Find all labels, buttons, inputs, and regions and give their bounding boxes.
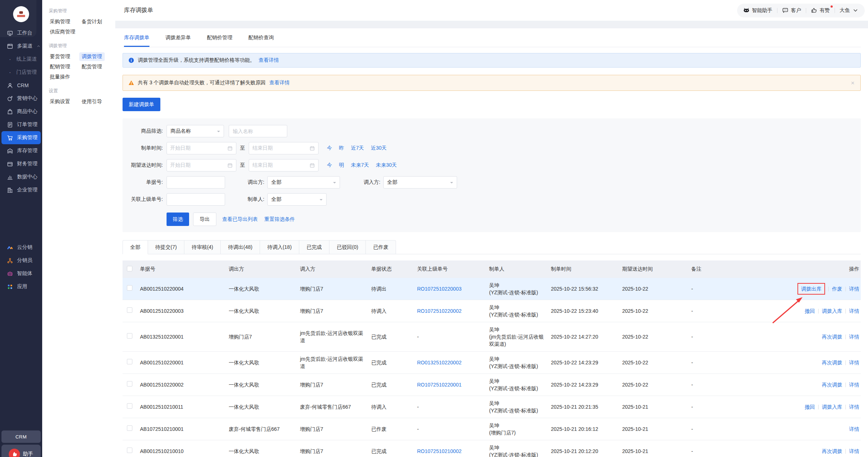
submenu-item-0-2[interactable]: 供应商管理 xyxy=(47,28,78,36)
status-tab-4[interactable]: 待调入(18) xyxy=(260,240,299,254)
parent-order-link[interactable]: RO1072510220003 xyxy=(417,286,461,292)
create-quick-1[interactable]: 昨 xyxy=(339,145,344,151)
sidebar-bottom-item-3[interactable]: 应用 xyxy=(0,280,42,293)
expect-quick-3[interactable]: 未来30天 xyxy=(376,162,397,169)
submenu-item-1-3[interactable]: 配货管理 xyxy=(79,62,105,71)
op-link-详情[interactable]: 详情 xyxy=(849,286,859,292)
sidebar-item-9[interactable]: 库存管理 xyxy=(0,144,42,157)
product-name-input[interactable] xyxy=(229,125,287,137)
expect-quick-0[interactable]: 今 xyxy=(327,162,332,169)
crm-float-button[interactable]: CRM xyxy=(1,430,41,443)
row-checkbox[interactable] xyxy=(127,425,132,431)
topbar-item-2[interactable]: 有赞 xyxy=(811,7,830,14)
op-link-调拨入库[interactable]: 调拨入库 xyxy=(822,308,842,314)
info-banner-link[interactable]: 查看详情 xyxy=(259,57,279,64)
op-link-详情[interactable]: 详情 xyxy=(849,360,859,365)
op-link-再次调拨[interactable]: 再次调拨 xyxy=(822,448,842,454)
submenu-item-2-1[interactable]: 使用引导 xyxy=(79,97,105,106)
create-start-date-input[interactable]: 开始日期 xyxy=(167,142,236,154)
order-no-input[interactable] xyxy=(167,176,225,189)
expect-quick-1[interactable]: 明 xyxy=(339,162,344,169)
sidebar-item-1[interactable]: 多渠道 xyxy=(0,40,42,53)
status-tab-1[interactable]: 待提交(7) xyxy=(148,240,184,254)
create-end-date-input[interactable]: 结束日期 xyxy=(249,142,319,154)
from-select[interactable]: 全部 xyxy=(267,176,340,189)
sidebar-item-10[interactable]: 财务管理 xyxy=(0,157,42,170)
sidebar-item-8[interactable]: 采购管理 xyxy=(1,131,41,144)
submenu-item-1-4[interactable]: 批量操作 xyxy=(47,73,73,81)
parent-no-input[interactable] xyxy=(167,193,225,206)
status-tab-3[interactable]: 待调出(48) xyxy=(221,240,260,254)
op-link-撤回[interactable]: 撤回 xyxy=(805,308,815,314)
tab-0[interactable]: 库存调拨单 xyxy=(124,28,149,47)
op-link-详情[interactable]: 详情 xyxy=(849,334,859,340)
status-tab-7[interactable]: 已作废 xyxy=(366,240,396,254)
row-checkbox[interactable] xyxy=(127,448,132,453)
close-icon[interactable]: × xyxy=(851,80,855,86)
sidebar-bottom-item-0[interactable]: 云分销 xyxy=(0,241,42,254)
expect-start-date-input[interactable]: 开始日期 xyxy=(167,159,236,171)
product-type-select[interactable]: 商品名称 xyxy=(167,125,224,137)
status-tab-6[interactable]: 已驳回(0) xyxy=(329,240,366,254)
sidebar-bottom-item-2[interactable]: 智能体 xyxy=(0,267,42,280)
op-link-再次调拨[interactable]: 再次调拨 xyxy=(822,382,842,388)
tab-2[interactable]: 配销价管理 xyxy=(207,28,232,47)
status-tab-5[interactable]: 已完成 xyxy=(299,240,329,254)
sidebar-item-3[interactable]: ·门店管理 xyxy=(0,66,42,79)
submenu-item-2-0[interactable]: 采购设置 xyxy=(47,97,73,106)
create-quick-3[interactable]: 近30天 xyxy=(371,145,387,151)
submenu-item-0-1[interactable]: 备货计划 xyxy=(79,17,105,26)
to-select[interactable]: 全部 xyxy=(383,176,457,189)
export-button[interactable]: 导出 xyxy=(193,213,216,226)
sidebar-item-12[interactable]: 企业管理 xyxy=(0,183,42,197)
op-link-调拨入库[interactable]: 调拨入库 xyxy=(822,404,842,410)
topbar-item-1[interactable]: 客户 xyxy=(782,7,801,14)
select-all-checkbox[interactable] xyxy=(127,266,132,271)
status-tab-2[interactable]: 待审核(4) xyxy=(184,240,221,254)
sidebar-item-7[interactable]: 订单管理 xyxy=(0,118,42,131)
sidebar-item-6[interactable]: 商品中心 xyxy=(0,105,42,118)
op-link-撤回[interactable]: 撤回 xyxy=(805,404,815,410)
row-checkbox[interactable] xyxy=(127,359,132,364)
sidebar-item-5[interactable]: 营销中心 xyxy=(0,92,42,105)
op-link-再次调拨[interactable]: 再次调拨 xyxy=(822,360,842,365)
topbar-item-0[interactable]: 智能助手 xyxy=(743,7,772,14)
reset-filters-link[interactable]: 重置筛选条件 xyxy=(264,216,295,223)
tab-1[interactable]: 调拨差异单 xyxy=(165,28,191,47)
topbar-item-3[interactable]: 大鱼 xyxy=(840,7,859,14)
op-link-详情[interactable]: 详情 xyxy=(849,448,859,454)
row-checkbox[interactable] xyxy=(127,333,132,339)
view-exported-link[interactable]: 查看已导出列表 xyxy=(222,216,258,223)
create-quick-2[interactable]: 近7天 xyxy=(351,145,364,151)
row-checkbox[interactable] xyxy=(127,403,132,409)
create-transfer-button[interactable]: 新建调拨单 xyxy=(123,98,160,111)
row-checkbox[interactable] xyxy=(127,381,132,387)
parent-order-link[interactable]: RO1072510220001 xyxy=(417,382,461,388)
sidebar-bottom-item-1[interactable]: 分销员 xyxy=(0,254,42,267)
op-link-详情[interactable]: 详情 xyxy=(849,308,859,314)
op-link-作废[interactable]: 作废 xyxy=(832,286,842,292)
sidebar-item-11[interactable]: 数据中心 xyxy=(0,170,42,183)
op-link-详情[interactable]: 详情 xyxy=(849,426,859,432)
op-link-调拨出库[interactable]: 调拨出库 xyxy=(801,286,821,292)
parent-order-link[interactable]: RO1072510220002 xyxy=(417,308,461,314)
status-tab-0[interactable]: 全部 xyxy=(123,240,148,254)
sidebar-item-0[interactable]: 工作台 xyxy=(0,27,42,40)
op-link-再次调拨[interactable]: 再次调拨 xyxy=(822,334,842,340)
op-link-详情[interactable]: 详情 xyxy=(849,382,859,388)
warning-banner-link[interactable]: 查看详情 xyxy=(269,80,290,86)
expect-quick-2[interactable]: 未来7天 xyxy=(351,162,369,169)
filter-button[interactable]: 筛选 xyxy=(167,213,189,226)
sidebar-item-2[interactable]: ·线上渠道 xyxy=(0,53,42,66)
avatar[interactable] xyxy=(13,6,29,22)
row-checkbox[interactable] xyxy=(127,307,132,313)
submenu-item-1-2[interactable]: 配销管理 xyxy=(47,62,73,71)
submenu-item-1-1[interactable]: 调拨管理 xyxy=(79,52,105,61)
create-quick-0[interactable]: 今 xyxy=(327,145,332,151)
submenu-item-0-0[interactable]: 采购管理 xyxy=(47,17,73,26)
submenu-item-1-0[interactable]: 要货管理 xyxy=(47,52,73,61)
parent-order-link[interactable]: RO1072510210002 xyxy=(417,448,461,454)
expect-end-date-input[interactable]: 结束日期 xyxy=(249,159,319,171)
row-checkbox[interactable] xyxy=(127,285,132,291)
tab-3[interactable]: 配销价查询 xyxy=(248,28,274,47)
